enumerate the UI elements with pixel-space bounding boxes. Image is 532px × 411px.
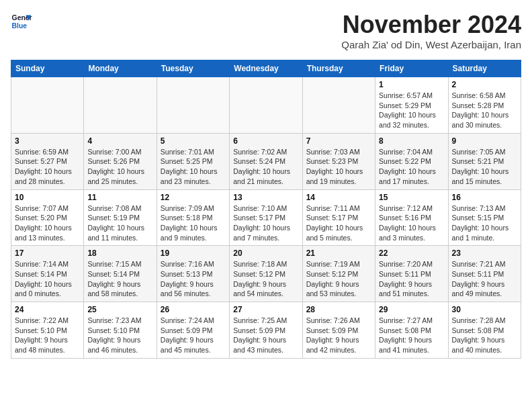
calendar-cell: 12Sunrise: 7:09 AM Sunset: 5:18 PM Dayli… — [157, 189, 229, 246]
day-info: Sunrise: 7:20 AM Sunset: 5:11 PM Dayligh… — [379, 259, 444, 299]
calendar-cell: 25Sunrise: 7:23 AM Sunset: 5:10 PM Dayli… — [84, 302, 157, 359]
calendar-cell: 21Sunrise: 7:19 AM Sunset: 5:12 PM Dayli… — [302, 246, 375, 302]
calendar-cell: 26Sunrise: 7:24 AM Sunset: 5:09 PM Dayli… — [157, 302, 229, 359]
weekday-header-row: SundayMondayTuesdayWednesdayThursdayFrid… — [11, 60, 521, 77]
day-number: 23 — [452, 248, 517, 258]
day-info: Sunrise: 7:10 AM Sunset: 5:17 PM Dayligh… — [233, 203, 298, 243]
day-number: 22 — [379, 248, 444, 258]
day-number: 1 — [379, 80, 444, 89]
calendar-cell: 23Sunrise: 7:21 AM Sunset: 5:11 PM Dayli… — [448, 246, 521, 302]
day-number: 11 — [87, 193, 152, 202]
day-number: 9 — [452, 136, 517, 146]
svg-text:Blue: Blue — [12, 22, 28, 30]
day-number: 29 — [379, 305, 444, 314]
calendar-cell: 30Sunrise: 7:28 AM Sunset: 5:08 PM Dayli… — [448, 302, 521, 359]
calendar-cell: 27Sunrise: 7:25 AM Sunset: 5:09 PM Dayli… — [230, 302, 302, 359]
day-info: Sunrise: 7:15 AM Sunset: 5:14 PM Dayligh… — [87, 259, 152, 299]
day-number: 25 — [87, 305, 152, 314]
day-info: Sunrise: 7:19 AM Sunset: 5:12 PM Dayligh… — [306, 259, 371, 299]
calendar-body: 1Sunrise: 6:57 AM Sunset: 5:29 PM Daylig… — [11, 77, 521, 359]
calendar-cell: 22Sunrise: 7:20 AM Sunset: 5:11 PM Dayli… — [375, 246, 448, 302]
day-info: Sunrise: 6:58 AM Sunset: 5:28 PM Dayligh… — [452, 91, 517, 130]
day-info: Sunrise: 7:12 AM Sunset: 5:16 PM Dayligh… — [379, 203, 444, 243]
calendar-cell: 19Sunrise: 7:16 AM Sunset: 5:13 PM Dayli… — [157, 246, 229, 302]
day-info: Sunrise: 7:01 AM Sunset: 5:25 PM Dayligh… — [161, 147, 226, 187]
calendar-week-1: 1Sunrise: 6:57 AM Sunset: 5:29 PM Daylig… — [11, 77, 521, 134]
weekday-monday: Monday — [84, 60, 157, 77]
day-number: 13 — [233, 193, 298, 202]
day-info: Sunrise: 7:02 AM Sunset: 5:24 PM Dayligh… — [233, 147, 298, 187]
calendar-week-3: 10Sunrise: 7:07 AM Sunset: 5:20 PM Dayli… — [11, 189, 521, 246]
day-info: Sunrise: 7:28 AM Sunset: 5:08 PM Dayligh… — [452, 316, 517, 355]
calendar-cell — [230, 77, 302, 134]
calendar-cell: 14Sunrise: 7:11 AM Sunset: 5:17 PM Dayli… — [302, 189, 375, 246]
day-number: 19 — [161, 248, 226, 258]
day-info: Sunrise: 7:23 AM Sunset: 5:10 PM Dayligh… — [87, 316, 152, 355]
day-info: Sunrise: 7:11 AM Sunset: 5:17 PM Dayligh… — [306, 203, 371, 243]
day-info: Sunrise: 6:59 AM Sunset: 5:27 PM Dayligh… — [15, 147, 80, 187]
logo: General Blue — [11, 11, 35, 32]
calendar-cell: 20Sunrise: 7:18 AM Sunset: 5:12 PM Dayli… — [230, 246, 302, 302]
day-number: 7 — [306, 136, 371, 146]
calendar-table: SundayMondayTuesdayWednesdayThursdayFrid… — [11, 60, 521, 359]
calendar-cell: 2Sunrise: 6:58 AM Sunset: 5:28 PM Daylig… — [448, 77, 521, 134]
day-info: Sunrise: 7:21 AM Sunset: 5:11 PM Dayligh… — [452, 259, 517, 299]
calendar-cell — [11, 77, 84, 134]
day-number: 3 — [15, 136, 80, 146]
day-info: Sunrise: 7:13 AM Sunset: 5:15 PM Dayligh… — [452, 203, 517, 243]
location-title: Qarah Zia' od Din, West Azerbaijan, Iran — [341, 39, 521, 50]
calendar-cell: 18Sunrise: 7:15 AM Sunset: 5:14 PM Dayli… — [84, 246, 157, 302]
calendar-week-4: 17Sunrise: 7:14 AM Sunset: 5:14 PM Dayli… — [11, 246, 521, 302]
day-number: 14 — [306, 193, 371, 202]
day-number: 8 — [379, 136, 444, 146]
day-number: 4 — [87, 136, 152, 146]
day-info: Sunrise: 6:57 AM Sunset: 5:29 PM Dayligh… — [379, 91, 444, 130]
day-number: 24 — [15, 305, 80, 314]
calendar-cell — [302, 77, 375, 134]
calendar-cell: 5Sunrise: 7:01 AM Sunset: 5:25 PM Daylig… — [157, 133, 229, 189]
day-number: 26 — [161, 305, 226, 314]
calendar-cell: 4Sunrise: 7:00 AM Sunset: 5:26 PM Daylig… — [84, 133, 157, 189]
day-info: Sunrise: 7:00 AM Sunset: 5:26 PM Dayligh… — [87, 147, 152, 187]
calendar-cell: 17Sunrise: 7:14 AM Sunset: 5:14 PM Dayli… — [11, 246, 84, 302]
weekday-friday: Friday — [375, 60, 448, 77]
logo-icon: General Blue — [11, 11, 32, 32]
day-info: Sunrise: 7:05 AM Sunset: 5:21 PM Dayligh… — [452, 147, 517, 187]
calendar-week-2: 3Sunrise: 6:59 AM Sunset: 5:27 PM Daylig… — [11, 133, 521, 189]
calendar-cell: 29Sunrise: 7:27 AM Sunset: 5:08 PM Dayli… — [375, 302, 448, 359]
calendar-week-5: 24Sunrise: 7:22 AM Sunset: 5:10 PM Dayli… — [11, 302, 521, 359]
calendar-cell: 10Sunrise: 7:07 AM Sunset: 5:20 PM Dayli… — [11, 189, 84, 246]
day-info: Sunrise: 7:07 AM Sunset: 5:20 PM Dayligh… — [15, 203, 80, 243]
day-number: 15 — [379, 193, 444, 202]
calendar-cell — [84, 77, 157, 134]
day-info: Sunrise: 7:25 AM Sunset: 5:09 PM Dayligh… — [233, 316, 298, 355]
day-number: 28 — [306, 305, 371, 314]
calendar-cell — [157, 77, 229, 134]
weekday-tuesday: Tuesday — [157, 60, 229, 77]
day-info: Sunrise: 7:18 AM Sunset: 5:12 PM Dayligh… — [233, 259, 298, 299]
day-info: Sunrise: 7:22 AM Sunset: 5:10 PM Dayligh… — [15, 316, 80, 355]
day-number: 2 — [452, 80, 517, 89]
calendar-cell: 13Sunrise: 7:10 AM Sunset: 5:17 PM Dayli… — [230, 189, 302, 246]
calendar-cell: 11Sunrise: 7:08 AM Sunset: 5:19 PM Dayli… — [84, 189, 157, 246]
day-number: 20 — [233, 248, 298, 258]
day-number: 10 — [15, 193, 80, 202]
calendar-cell: 15Sunrise: 7:12 AM Sunset: 5:16 PM Dayli… — [375, 189, 448, 246]
weekday-sunday: Sunday — [11, 60, 84, 77]
day-number: 30 — [452, 305, 517, 314]
calendar-cell: 1Sunrise: 6:57 AM Sunset: 5:29 PM Daylig… — [375, 77, 448, 134]
calendar-cell: 24Sunrise: 7:22 AM Sunset: 5:10 PM Dayli… — [11, 302, 84, 359]
day-number: 21 — [306, 248, 371, 258]
day-number: 18 — [87, 248, 152, 258]
day-info: Sunrise: 7:08 AM Sunset: 5:19 PM Dayligh… — [87, 203, 152, 243]
calendar-cell: 9Sunrise: 7:05 AM Sunset: 5:21 PM Daylig… — [448, 133, 521, 189]
day-number: 5 — [161, 136, 226, 146]
day-number: 12 — [161, 193, 226, 202]
day-info: Sunrise: 7:16 AM Sunset: 5:13 PM Dayligh… — [161, 259, 226, 299]
weekday-saturday: Saturday — [448, 60, 521, 77]
day-info: Sunrise: 7:04 AM Sunset: 5:22 PM Dayligh… — [379, 147, 444, 187]
day-number: 6 — [233, 136, 298, 146]
calendar-cell: 16Sunrise: 7:13 AM Sunset: 5:15 PM Dayli… — [448, 189, 521, 246]
weekday-thursday: Thursday — [302, 60, 375, 77]
day-info: Sunrise: 7:27 AM Sunset: 5:08 PM Dayligh… — [379, 316, 444, 355]
